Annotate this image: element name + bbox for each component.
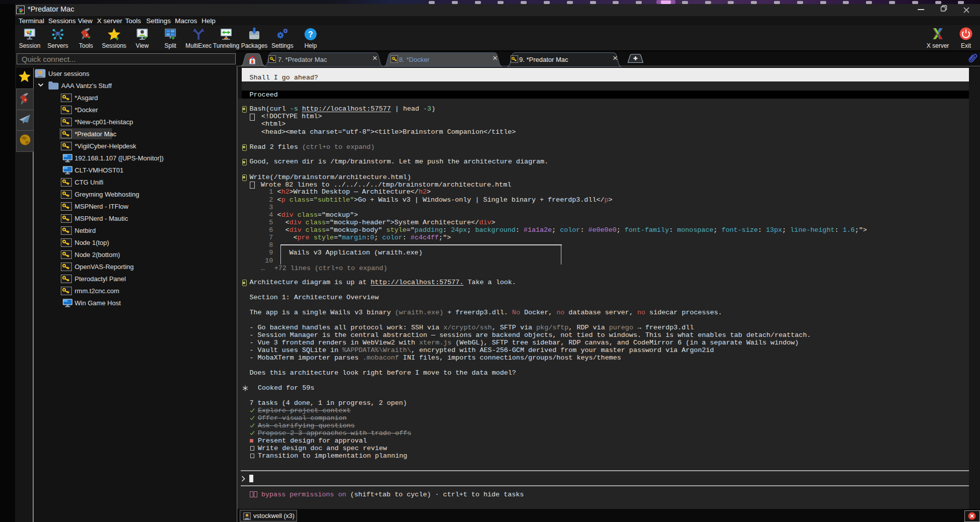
svg-text:?: ?	[308, 30, 313, 39]
